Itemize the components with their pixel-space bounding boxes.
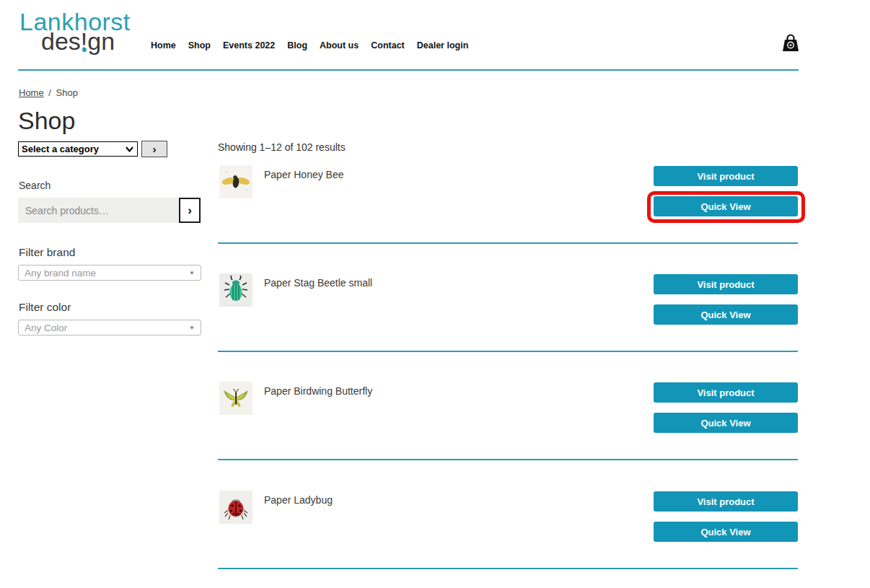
product-row: Paper Honey Bee Visit product Quick View bbox=[218, 160, 798, 243]
visit-product-button[interactable]: Visit product bbox=[654, 491, 798, 512]
birdwing-butterfly-thumbnail[interactable] bbox=[219, 382, 252, 415]
product-row: Paper Ladybug Visit product Quick View bbox=[218, 486, 798, 569]
search-input[interactable] bbox=[18, 198, 180, 223]
category-select[interactable]: Select a category bbox=[18, 141, 138, 157]
category-go-button[interactable]: › bbox=[141, 141, 167, 157]
quick-view-button[interactable]: Quick View bbox=[654, 304, 798, 325]
filter-brand-select[interactable]: Any brand name ▼ bbox=[18, 265, 201, 281]
quick-view-button[interactable]: Quick View bbox=[654, 522, 798, 542]
filter-color-placeholder: Any Color bbox=[25, 322, 67, 333]
product-title: Paper Stag Beetle small bbox=[264, 277, 372, 289]
nav-item-home[interactable]: Home bbox=[151, 40, 176, 51]
main-nav: Home Shop Events 2022 Blog About us Cont… bbox=[151, 40, 468, 51]
product-title: Paper Ladybug bbox=[264, 494, 333, 506]
breadcrumb-current: Shop bbox=[56, 87, 78, 98]
search-label: Search bbox=[19, 180, 50, 191]
product-title: Paper Honey Bee bbox=[264, 169, 344, 180]
honey-bee-thumbnail[interactable] bbox=[219, 165, 252, 198]
logo-des: des bbox=[41, 27, 81, 55]
results-count: Showing 1–12 of 102 results bbox=[218, 141, 346, 153]
filter-color-label: Filter color bbox=[19, 301, 71, 314]
nav-item-about-us[interactable]: About us bbox=[320, 40, 359, 51]
quick-view-button[interactable]: Quick View bbox=[654, 196, 798, 216]
filter-brand-label: Filter brand bbox=[19, 246, 75, 259]
shopping-bag-icon[interactable] bbox=[782, 33, 799, 53]
search-submit-button[interactable]: › bbox=[179, 198, 201, 223]
logo-exclamation: ! bbox=[81, 29, 87, 53]
chevron-right-icon: › bbox=[153, 143, 157, 155]
product-divider-line bbox=[218, 459, 798, 460]
product-divider-line bbox=[218, 351, 798, 352]
category-select-value: Select a category bbox=[22, 144, 99, 154]
caret-down-icon: ▼ bbox=[189, 325, 195, 331]
filter-brand-placeholder: Any brand name bbox=[25, 268, 96, 278]
nav-item-contact[interactable]: Contact bbox=[371, 40, 405, 51]
quick-view-button[interactable]: Quick View bbox=[654, 413, 798, 433]
filter-color-select[interactable]: Any Color ▼ bbox=[18, 320, 201, 335]
site-logo[interactable]: Lankhorst des!gn bbox=[19, 9, 131, 53]
breadcrumb-home-link[interactable]: Home bbox=[19, 87, 44, 98]
product-row: Paper Stag Beetle small Visit product Qu… bbox=[218, 268, 798, 351]
visit-product-button[interactable]: Visit product bbox=[654, 274, 798, 294]
nav-item-blog[interactable]: Blog bbox=[287, 40, 307, 51]
page-title: Shop bbox=[18, 107, 75, 135]
shop-page: Lankhorst des!gn Home Shop Events 2022 B… bbox=[0, 0, 870, 588]
nav-item-events-2022[interactable]: Events 2022 bbox=[223, 40, 275, 51]
breadcrumb-separator: / bbox=[48, 87, 51, 98]
breadcrumb: Home / Shop bbox=[19, 87, 78, 98]
caret-down-icon: ▼ bbox=[189, 270, 195, 276]
ladybug-thumbnail[interactable] bbox=[219, 491, 252, 524]
header-divider-line bbox=[18, 69, 799, 71]
chevron-down-icon bbox=[126, 146, 133, 152]
chevron-right-icon: › bbox=[188, 203, 192, 218]
product-divider-line bbox=[218, 568, 798, 569]
product-row: Paper Birdwing Butterfly Visit product Q… bbox=[218, 377, 798, 460]
product-title: Paper Birdwing Butterfly bbox=[264, 385, 372, 397]
product-divider-line bbox=[218, 242, 798, 244]
visit-product-button[interactable]: Visit product bbox=[654, 166, 798, 186]
stag-beetle-thumbnail[interactable] bbox=[219, 273, 252, 307]
logo-gn: gn bbox=[87, 27, 115, 55]
visit-product-button[interactable]: Visit product bbox=[654, 382, 798, 403]
nav-item-dealer-login[interactable]: Dealer login bbox=[417, 40, 469, 51]
nav-item-shop[interactable]: Shop bbox=[188, 40, 211, 51]
